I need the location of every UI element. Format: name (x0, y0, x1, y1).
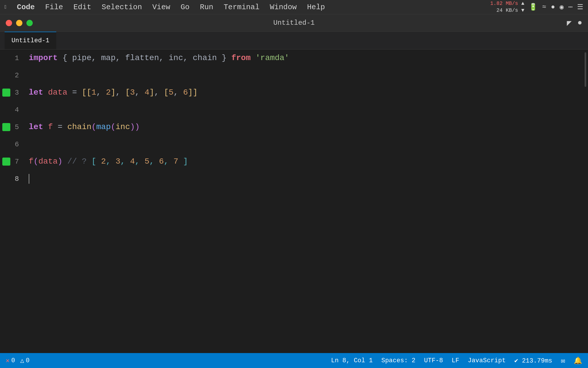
menu-bar-right: 1.82 MB/s ▲ 24 KB/s ▼ 🔋 ≈ ● ◉ ⋯ ☰ (490, 0, 583, 14)
gutter-row-1: 1 (0, 49, 23, 67)
spaces-indicator[interactable]: Spaces: 2 (381, 357, 415, 364)
comment-slash: // (67, 153, 82, 170)
encoding-indicator[interactable]: UTF-8 (424, 357, 443, 364)
paren-close: ) (58, 153, 63, 170)
code-text (43, 118, 48, 136)
network-speed: 1.82 MB/s ▲ 24 KB/s ▼ (490, 0, 524, 14)
notifications-icon[interactable]: ✉ (561, 356, 565, 365)
menu-file[interactable]: File (43, 2, 65, 13)
line-number-6: 6 (10, 141, 25, 148)
bracket-open: [ (87, 84, 92, 101)
string-ramda: 'ramda' (256, 49, 289, 67)
line-number-8: 8 (10, 175, 25, 183)
paren-close-1: ) (135, 118, 140, 136)
num-3: 3 (130, 84, 135, 101)
fn-map: map (96, 118, 111, 136)
result-comma-3: , (135, 153, 145, 170)
code-text: , (173, 84, 183, 101)
maximize-button[interactable] (26, 20, 33, 26)
num-6: 6 (183, 84, 188, 101)
cursor-position[interactable]: Ln 8, Col 1 (331, 357, 373, 364)
window-title-right: ◤ ● (567, 18, 582, 28)
gutter-row-5: 5 (0, 118, 23, 136)
wifi-icon: ≈ (542, 3, 546, 11)
res-7: 7 (173, 153, 178, 170)
code-text (251, 49, 256, 67)
debug-indicator-5[interactable] (2, 123, 10, 131)
arg-data: data (38, 153, 58, 170)
code-text: = (53, 118, 67, 136)
tab-untitled[interactable]: Untitled-1 (5, 32, 56, 49)
menu-code[interactable]: Code (15, 2, 37, 13)
menu-window[interactable]: Window (268, 2, 299, 13)
code-text: , (135, 84, 145, 101)
keyword-import: import (29, 49, 58, 67)
code-text (43, 84, 48, 101)
dot-indicator: ● (577, 18, 582, 27)
bracket-close: ] (193, 84, 198, 101)
result-comma-5: , (164, 153, 174, 170)
res-5: 5 (144, 153, 149, 170)
tab-bar: Untitled-1 (0, 32, 588, 49)
paren-open: ( (34, 153, 38, 170)
scrollbar[interactable] (583, 49, 588, 353)
line-number-7: 7 (10, 158, 25, 166)
debug-indicator-3[interactable] (2, 89, 10, 97)
window-title: Untitled-1 (273, 19, 315, 27)
scrollbar-thumb[interactable] (585, 52, 586, 87)
eol-indicator[interactable]: LF (452, 357, 459, 364)
comment-q: ? (82, 153, 92, 170)
menu-go[interactable]: Go (178, 2, 192, 13)
code-text: , (116, 84, 125, 101)
menu-terminal[interactable]: Terminal (221, 2, 262, 13)
menu-bar:  Code File Edit Selection View Go Run T… (0, 0, 588, 14)
gutter-row-4: 4 (0, 101, 23, 118)
paren-close-2: ) (130, 118, 135, 136)
menu-run[interactable]: Run (198, 2, 216, 13)
gutter: 1 2 3 4 5 6 7 (0, 49, 23, 353)
result-close: ] (178, 153, 188, 170)
minimize-button[interactable] (16, 20, 22, 26)
keyword-from: from (231, 49, 251, 67)
bracket-open: [ (125, 84, 130, 101)
download-speed: 24 KB/s (496, 7, 518, 13)
menu-help[interactable]: Help (305, 2, 327, 13)
bell-icon[interactable]: 🔔 (574, 356, 582, 365)
code-line-4 (29, 101, 583, 118)
result-comma-2: , (120, 153, 130, 170)
warning-count: 0 (26, 357, 30, 364)
split-editor-icon[interactable]: ◤ (567, 18, 572, 28)
code-text: pipe, map, flatten, inc, chain (72, 49, 217, 67)
errors-indicator[interactable]: ✕ 0 △ 0 (6, 357, 30, 365)
cursor (29, 174, 29, 184)
code-line-8 (29, 170, 583, 187)
paren-open-2: ( (111, 118, 116, 136)
clock-icon: ● (551, 3, 555, 11)
traffic-lights (6, 20, 33, 26)
list-icon: ☰ (577, 3, 583, 11)
profile-icon: ◉ (560, 3, 564, 11)
debug-indicator-7[interactable] (2, 158, 10, 166)
tab-label: Untitled-1 (11, 37, 49, 44)
close-button[interactable] (6, 20, 12, 26)
code-text: = (67, 84, 82, 101)
line-number-5: 5 (10, 123, 25, 131)
result-comma-4: , (149, 153, 159, 170)
line-number-3: 3 (10, 89, 25, 97)
res-4: 4 (130, 153, 135, 170)
editor-container: 1 2 3 4 5 6 7 (0, 49, 588, 353)
menu-view[interactable]: View (150, 2, 173, 13)
more-icon: ⋯ (568, 3, 572, 11)
result-array: [ (92, 153, 101, 170)
fn-inc: inc (116, 118, 130, 136)
line-number-1: 1 (10, 54, 25, 62)
gutter-row-2: 2 (0, 67, 23, 84)
keyword-let-3: let (29, 84, 43, 101)
line-number-4: 4 (10, 106, 25, 114)
menu-edit[interactable]: Edit (71, 2, 94, 13)
menu-selection[interactable]: Selection (99, 2, 144, 13)
language-indicator[interactable]: JavaScript (468, 357, 506, 364)
timing-indicator: ✔ 213.79ms (514, 357, 552, 365)
code-editor[interactable]: import { pipe, map, flatten, inc, chain … (23, 49, 583, 353)
fn-chain: chain (67, 118, 91, 136)
